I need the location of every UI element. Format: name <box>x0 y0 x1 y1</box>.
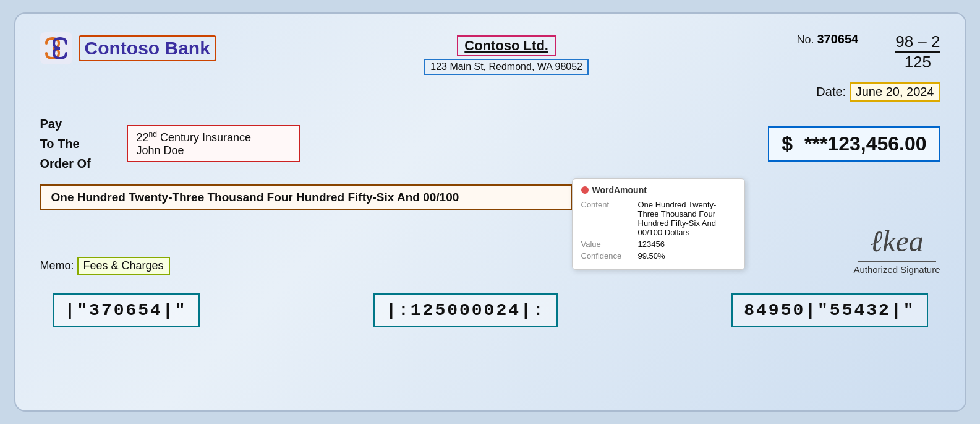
fraction-top: 98 – 2 <box>895 32 940 53</box>
memo-label: Memo: <box>40 259 74 272</box>
micr-check-text: 84950|"55432|" <box>744 301 915 320</box>
authorized-signature-label: Authorized Signature <box>853 264 940 275</box>
check-fraction: 98 – 2 125 <box>895 32 940 72</box>
bank-name: Contoso Bank <box>79 35 216 61</box>
date-value: June 20, 2024 <box>850 82 940 102</box>
tooltip-dot-icon <box>581 186 589 194</box>
tooltip-value-value: 123456 <box>638 240 665 249</box>
amount-box: $ ***123,456.00 <box>768 126 940 162</box>
written-amount-row: One Hundred Twenty-Three Thousand Four H… <box>40 184 940 210</box>
tooltip-confidence-row: Confidence 99.50% <box>581 251 736 261</box>
check-document: Contoso Bank Contoso Ltd. 123 Main St, R… <box>14 12 966 412</box>
pay-label-line3: Order Of <box>40 157 91 170</box>
micr-account-text: |:125000024|: <box>386 301 545 320</box>
signature-area: ℓkea Authorized Signature <box>853 224 940 275</box>
check-number-area: No. 370654 <box>796 32 858 46</box>
check-number-label: No. <box>796 33 814 46</box>
payee-line2: John Doe <box>137 144 290 157</box>
memo-sig-row: Memo: Fees & Charges ℓkea Authorized Sig… <box>40 224 940 275</box>
signature-image: ℓkea <box>858 224 936 262</box>
amount-dollar-symbol: $ <box>782 132 793 155</box>
written-amount: One Hundred Twenty-Three Thousand Four H… <box>40 184 572 210</box>
check-number-value: 370654 <box>817 32 858 46</box>
tooltip-confidence-value: 99.50% <box>638 251 665 261</box>
tooltip-content-value: One Hundred Twenty-Three Thousand Four H… <box>638 200 736 237</box>
center-address: Contoso Ltd. 123 Main St, Redmond, WA 98… <box>424 35 589 75</box>
date-label: Date: <box>816 85 846 98</box>
tooltip-title: WordAmount <box>581 185 736 195</box>
company-name: Contoso Ltd. <box>457 35 556 56</box>
tooltip-confidence-label: Confidence <box>581 251 631 261</box>
company-address: 123 Main St, Redmond, WA 98052 <box>424 59 589 75</box>
tooltip-value-label: Value <box>581 240 631 249</box>
micr-block-3: 84950|"55432|" <box>731 293 927 327</box>
top-right: No. 370654 98 – 2 125 <box>796 32 940 72</box>
micr-block-2: |:125000024|: <box>373 293 557 327</box>
pay-section: Pay To The Order Of 22nd Century Insuran… <box>40 114 940 173</box>
tooltip-content-label: Content <box>581 200 631 237</box>
logo-area: Contoso Bank <box>40 32 216 64</box>
tooltip-value-row: Value 123456 <box>581 240 736 249</box>
micr-routing-text: |"370654|" <box>65 301 187 320</box>
memo-area: Memo: Fees & Charges <box>40 257 170 275</box>
word-amount-tooltip: WordAmount Content One Hundred Twenty-Th… <box>572 178 745 270</box>
payee-line1: 22nd Century Insurance <box>137 130 290 144</box>
memo-value: Fees & Charges <box>77 257 170 275</box>
tooltip-content-row: Content One Hundred Twenty-Three Thousan… <box>581 200 736 237</box>
pay-label-line2: To The <box>40 137 80 150</box>
header-row: Contoso Bank Contoso Ltd. 123 Main St, R… <box>40 32 940 75</box>
pay-label-line1: Pay <box>40 117 62 131</box>
tooltip-title-text: WordAmount <box>592 185 647 195</box>
micr-row: |"370654|" |:125000024|: 84950|"55432|" <box>40 293 940 327</box>
fraction-bottom: 125 <box>895 53 940 72</box>
pay-label: Pay To The Order Of <box>40 114 114 173</box>
amount-value: ***123,456.00 <box>804 132 927 155</box>
payee-box: 22nd Century Insurance John Doe <box>127 125 300 162</box>
micr-block-1: |"370654|" <box>53 293 200 327</box>
bank-logo-icon <box>40 32 72 64</box>
date-row: Date: June 20, 2024 <box>40 82 940 102</box>
